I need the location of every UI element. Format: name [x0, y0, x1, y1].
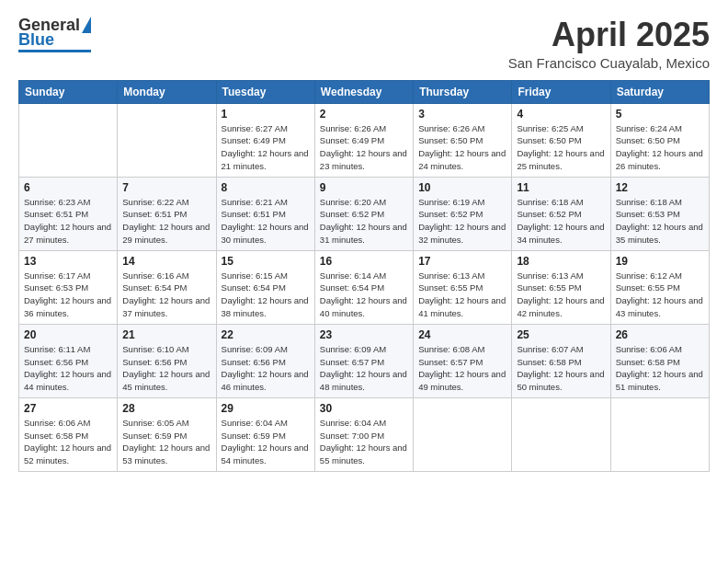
table-row: 23Sunrise: 6:09 AM Sunset: 6:57 PM Dayli…: [314, 324, 413, 397]
table-row: 8Sunrise: 6:21 AM Sunset: 6:51 PM Daylig…: [216, 177, 314, 250]
day-info: Sunrise: 6:13 AM Sunset: 6:55 PM Dayligh…: [517, 270, 605, 320]
day-number: 3: [418, 108, 506, 121]
day-number: 13: [24, 255, 112, 268]
day-info: Sunrise: 6:21 AM Sunset: 6:51 PM Dayligh…: [222, 196, 310, 247]
table-row: 3Sunrise: 6:26 AM Sunset: 6:50 PM Daylig…: [414, 103, 512, 177]
day-number: 9: [320, 181, 408, 194]
table-row: 16Sunrise: 6:14 AM Sunset: 6:54 PM Dayli…: [314, 250, 413, 324]
day-info: Sunrise: 6:17 AM Sunset: 6:53 PM Dayligh…: [24, 270, 112, 320]
day-info: Sunrise: 6:11 AM Sunset: 6:56 PM Dayligh…: [24, 343, 112, 394]
table-row: 14Sunrise: 6:16 AM Sunset: 6:54 PM Dayli…: [118, 250, 216, 324]
day-info: Sunrise: 6:22 AM Sunset: 6:51 PM Dayligh…: [122, 196, 210, 247]
day-number: 2: [320, 108, 408, 121]
table-row: 4Sunrise: 6:25 AM Sunset: 6:50 PM Daylig…: [512, 103, 610, 177]
table-row: [414, 397, 512, 471]
table-row: 26Sunrise: 6:06 AM Sunset: 6:58 PM Dayli…: [610, 324, 709, 397]
table-row: 15Sunrise: 6:15 AM Sunset: 6:54 PM Dayli…: [216, 250, 314, 324]
day-number: 1: [222, 108, 310, 121]
table-row: 7Sunrise: 6:22 AM Sunset: 6:51 PM Daylig…: [118, 177, 216, 250]
table-row: [19, 103, 118, 177]
day-number: 12: [616, 181, 704, 194]
day-info: Sunrise: 6:25 AM Sunset: 6:50 PM Dayligh…: [517, 122, 605, 173]
day-info: Sunrise: 6:06 AM Sunset: 6:58 PM Dayligh…: [24, 417, 112, 467]
logo: General Blue: [18, 17, 91, 52]
day-info: Sunrise: 6:26 AM Sunset: 6:49 PM Dayligh…: [320, 122, 408, 173]
table-row: 19Sunrise: 6:12 AM Sunset: 6:55 PM Dayli…: [610, 250, 709, 324]
day-number: 4: [517, 108, 605, 121]
table-row: 10Sunrise: 6:19 AM Sunset: 6:52 PM Dayli…: [414, 177, 512, 250]
day-info: Sunrise: 6:27 AM Sunset: 6:49 PM Dayligh…: [222, 122, 310, 173]
day-number: 17: [418, 255, 506, 268]
table-row: 17Sunrise: 6:13 AM Sunset: 6:55 PM Dayli…: [414, 250, 512, 324]
day-info: Sunrise: 6:24 AM Sunset: 6:50 PM Dayligh…: [616, 122, 704, 173]
table-row: [512, 397, 610, 471]
day-number: 28: [122, 402, 210, 415]
day-info: Sunrise: 6:23 AM Sunset: 6:51 PM Dayligh…: [24, 196, 112, 247]
day-info: Sunrise: 6:07 AM Sunset: 6:58 PM Dayligh…: [517, 343, 605, 394]
day-info: Sunrise: 6:09 AM Sunset: 6:57 PM Dayligh…: [320, 343, 408, 394]
day-number: 11: [517, 181, 605, 194]
table-row: 28Sunrise: 6:05 AM Sunset: 6:59 PM Dayli…: [118, 397, 216, 471]
day-info: Sunrise: 6:20 AM Sunset: 6:52 PM Dayligh…: [320, 196, 408, 247]
day-number: 25: [517, 328, 605, 341]
day-number: 15: [222, 255, 310, 268]
table-row: 1Sunrise: 6:27 AM Sunset: 6:49 PM Daylig…: [216, 103, 314, 177]
table-row: 21Sunrise: 6:10 AM Sunset: 6:56 PM Dayli…: [118, 324, 216, 397]
header: General Blue April 2025 San Francisco Cu…: [18, 17, 710, 71]
page: General Blue April 2025 San Francisco Cu…: [0, 0, 728, 488]
logo-triangle-icon: [82, 17, 91, 33]
day-info: Sunrise: 6:12 AM Sunset: 6:55 PM Dayligh…: [616, 270, 704, 320]
header-monday: Monday: [118, 80, 216, 103]
day-info: Sunrise: 6:09 AM Sunset: 6:56 PM Dayligh…: [222, 343, 310, 394]
day-info: Sunrise: 6:18 AM Sunset: 6:53 PM Dayligh…: [616, 196, 704, 247]
day-info: Sunrise: 6:15 AM Sunset: 6:54 PM Dayligh…: [222, 270, 310, 320]
table-row: 12Sunrise: 6:18 AM Sunset: 6:53 PM Dayli…: [610, 177, 709, 250]
title-block: April 2025 San Francisco Cuayalab, Mexic…: [508, 17, 710, 71]
day-number: 21: [122, 328, 210, 341]
day-number: 22: [222, 328, 310, 341]
day-info: Sunrise: 6:16 AM Sunset: 6:54 PM Dayligh…: [122, 270, 210, 320]
day-info: Sunrise: 6:04 AM Sunset: 7:00 PM Dayligh…: [320, 417, 408, 467]
day-number: 16: [320, 255, 408, 268]
table-row: 5Sunrise: 6:24 AM Sunset: 6:50 PM Daylig…: [610, 103, 709, 177]
day-number: 10: [418, 181, 506, 194]
day-info: Sunrise: 6:06 AM Sunset: 6:58 PM Dayligh…: [616, 343, 704, 394]
table-row: 2Sunrise: 6:26 AM Sunset: 6:49 PM Daylig…: [314, 103, 413, 177]
day-info: Sunrise: 6:14 AM Sunset: 6:54 PM Dayligh…: [320, 270, 408, 320]
logo-blue-text: Blue: [18, 31, 54, 48]
day-info: Sunrise: 6:08 AM Sunset: 6:57 PM Dayligh…: [418, 343, 506, 394]
table-row: 24Sunrise: 6:08 AM Sunset: 6:57 PM Dayli…: [414, 324, 512, 397]
header-thursday: Thursday: [414, 80, 512, 103]
table-row: 25Sunrise: 6:07 AM Sunset: 6:58 PM Dayli…: [512, 324, 610, 397]
day-number: 30: [320, 402, 408, 415]
calendar: Sunday Monday Tuesday Wednesday Thursday…: [18, 80, 710, 472]
title-month: April 2025: [508, 17, 710, 53]
table-row: 18Sunrise: 6:13 AM Sunset: 6:55 PM Dayli…: [512, 250, 610, 324]
title-location: San Francisco Cuayalab, Mexico: [508, 55, 710, 71]
day-number: 6: [24, 181, 112, 194]
table-row: 9Sunrise: 6:20 AM Sunset: 6:52 PM Daylig…: [314, 177, 413, 250]
day-info: Sunrise: 6:26 AM Sunset: 6:50 PM Dayligh…: [418, 122, 506, 173]
table-row: 20Sunrise: 6:11 AM Sunset: 6:56 PM Dayli…: [19, 324, 118, 397]
header-friday: Friday: [512, 80, 610, 103]
day-info: Sunrise: 6:13 AM Sunset: 6:55 PM Dayligh…: [418, 270, 506, 320]
day-number: 14: [122, 255, 210, 268]
day-number: 18: [517, 255, 605, 268]
table-row: 11Sunrise: 6:18 AM Sunset: 6:52 PM Dayli…: [512, 177, 610, 250]
table-row: 29Sunrise: 6:04 AM Sunset: 6:59 PM Dayli…: [216, 397, 314, 471]
table-row: 13Sunrise: 6:17 AM Sunset: 6:53 PM Dayli…: [19, 250, 118, 324]
table-row: 6Sunrise: 6:23 AM Sunset: 6:51 PM Daylig…: [19, 177, 118, 250]
calendar-header-row: Sunday Monday Tuesday Wednesday Thursday…: [19, 80, 710, 103]
day-number: 29: [222, 402, 310, 415]
day-number: 8: [222, 181, 310, 194]
header-saturday: Saturday: [610, 80, 709, 103]
day-info: Sunrise: 6:10 AM Sunset: 6:56 PM Dayligh…: [122, 343, 210, 394]
day-number: 26: [616, 328, 704, 341]
table-row: 30Sunrise: 6:04 AM Sunset: 7:00 PM Dayli…: [314, 397, 413, 471]
day-number: 27: [24, 402, 112, 415]
day-info: Sunrise: 6:19 AM Sunset: 6:52 PM Dayligh…: [418, 196, 506, 247]
logo-underline: [18, 50, 91, 52]
day-info: Sunrise: 6:05 AM Sunset: 6:59 PM Dayligh…: [122, 417, 210, 467]
day-info: Sunrise: 6:04 AM Sunset: 6:59 PM Dayligh…: [222, 417, 310, 467]
day-number: 7: [122, 181, 210, 194]
